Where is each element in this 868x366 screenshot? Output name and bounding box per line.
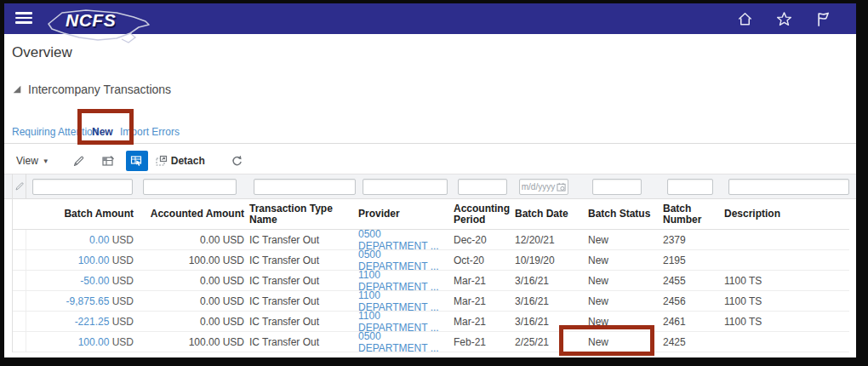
cell-batch_amount: -50.00 USD bbox=[26, 271, 137, 290]
filter-input-accounted_amount[interactable] bbox=[143, 179, 237, 195]
filter-input-period[interactable] bbox=[458, 179, 507, 195]
table-cursor-icon bbox=[130, 155, 143, 168]
column-header-description[interactable]: Description bbox=[722, 199, 850, 229]
table-toolbar: View ▼ bbox=[16, 150, 254, 172]
provider-link[interactable]: 0500 DEPARTMENT ... bbox=[358, 332, 452, 352]
cell-batch_number: 2456 bbox=[661, 291, 722, 311]
date-placeholder: m/d/yyyy bbox=[522, 182, 555, 192]
cell-batch_number: 2379 bbox=[661, 230, 722, 249]
filter-input-transaction_type[interactable] bbox=[254, 179, 356, 195]
refresh-icon[interactable] bbox=[226, 151, 248, 171]
cell-period: Mar-21 bbox=[452, 271, 513, 290]
detach-button[interactable]: Detach bbox=[155, 155, 205, 168]
column-header-label: Batch Amount bbox=[64, 209, 134, 220]
filter-input-provider[interactable] bbox=[363, 179, 448, 195]
provider-link[interactable]: 1100 DEPARTMENT ... bbox=[358, 271, 452, 290]
detach-icon bbox=[155, 155, 168, 168]
filter-input-batch_number[interactable] bbox=[667, 179, 713, 195]
filter-input-batch_amount[interactable] bbox=[32, 179, 133, 195]
table-header-row: Batch AmountAccounted AmountTransaction … bbox=[13, 199, 849, 230]
batch-amount-link[interactable]: -221.25 bbox=[75, 316, 110, 328]
cell-period: Dec-20 bbox=[452, 230, 513, 249]
filter-cell-provider bbox=[357, 174, 452, 199]
batch-amount-link[interactable]: -9,875.65 bbox=[66, 295, 110, 307]
table-row[interactable]: -9,875.65 USD0.00 USDIC Transfer Out1100… bbox=[13, 291, 849, 312]
cell-description: 1100 TS bbox=[722, 271, 850, 290]
cell-batch_amount: -221.25 USD bbox=[26, 312, 137, 331]
cell-batch_number: 2195 bbox=[661, 250, 722, 270]
query-by-example-filter-button[interactable] bbox=[126, 151, 148, 171]
column-header-label: Transaction Type Name bbox=[249, 203, 357, 226]
column-header-accounted_amount[interactable]: Accounted Amount bbox=[137, 199, 248, 229]
cell-sel bbox=[13, 230, 26, 249]
filter-cell-sel bbox=[13, 174, 26, 199]
table-row[interactable]: 100.00 USD100.00 USDIC Transfer Out0500 … bbox=[13, 250, 849, 271]
provider-link[interactable]: 1100 DEPARTMENT ... bbox=[358, 312, 452, 331]
section-title: Intercompany Transactions bbox=[28, 83, 171, 96]
filter-cell-status bbox=[586, 174, 661, 199]
cell-batch_amount: -9,875.65 USD bbox=[26, 291, 137, 311]
batch-amount-link[interactable]: 100.00 bbox=[78, 254, 110, 266]
cell-batch_number: 2425 bbox=[661, 332, 722, 352]
filter-input-description[interactable] bbox=[728, 179, 849, 195]
provider-link[interactable]: 1100 DEPARTMENT ... bbox=[358, 291, 452, 311]
table-row[interactable]: -50.00 USD0.00 USDIC Transfer Out1100 DE… bbox=[13, 271, 849, 291]
currency-label: USD bbox=[109, 336, 134, 348]
column-header-batch_amount[interactable]: Batch Amount bbox=[26, 199, 137, 229]
batch-amount-link[interactable]: 100.00 bbox=[78, 336, 110, 348]
filter-input-status[interactable] bbox=[592, 179, 642, 195]
cell-description bbox=[722, 230, 850, 249]
column-header-label: Batch Number bbox=[663, 203, 722, 226]
table-row[interactable]: 0.00 USD0.00 USDIC Transfer Out0500 DEPA… bbox=[13, 230, 849, 250]
cell-sel bbox=[13, 250, 26, 270]
cell-transaction_type: IC Transfer Out bbox=[248, 250, 357, 270]
currency-label: USD bbox=[109, 254, 134, 266]
column-header-batch_number[interactable]: Batch Number bbox=[661, 199, 722, 229]
filter-pencil-icon bbox=[14, 181, 25, 192]
view-menu-button[interactable]: View ▼ bbox=[16, 155, 49, 167]
table-row[interactable]: -221.25 USD0.00 USDIC Transfer Out1100 D… bbox=[13, 312, 849, 332]
cell-provider: 1100 DEPARTMENT ... bbox=[357, 312, 452, 331]
provider-link[interactable]: 0500 DEPARTMENT ... bbox=[358, 230, 452, 249]
cell-transaction_type: IC Transfer Out bbox=[248, 271, 357, 290]
cell-transaction_type: IC Transfer Out bbox=[248, 230, 357, 249]
column-header-sel bbox=[13, 199, 26, 229]
column-header-batch_date[interactable]: Batch Date bbox=[513, 199, 586, 229]
cell-batch_date: 10/19/20 bbox=[513, 250, 586, 270]
cell-sel bbox=[13, 332, 26, 352]
cell-period: Mar-21 bbox=[452, 312, 513, 331]
cell-provider: 0500 DEPARTMENT ... bbox=[357, 230, 452, 249]
cell-sel bbox=[13, 312, 26, 331]
cell-description bbox=[722, 250, 850, 270]
cell-status: New bbox=[586, 230, 661, 249]
table-row[interactable]: 100.00 USD100.00 USDIC Transfer Out0500 … bbox=[13, 332, 849, 352]
cell-description: 1100 TS bbox=[722, 291, 850, 311]
cell-batch_date: 12/20/21 bbox=[513, 230, 586, 249]
top-banner bbox=[4, 3, 856, 34]
filter-cell-transaction_type bbox=[248, 174, 357, 199]
column-header-provider[interactable]: Provider bbox=[357, 199, 452, 229]
filter-cell-description bbox=[722, 174, 850, 199]
freeze-columns-icon[interactable] bbox=[97, 151, 119, 171]
batch-amount-link[interactable]: -50.00 bbox=[80, 275, 109, 287]
edit-pencil-icon[interactable] bbox=[68, 151, 90, 171]
filter-cell-accounted_amount bbox=[137, 174, 248, 199]
cell-accounted_amount: 100.00 USD bbox=[137, 332, 248, 352]
cell-status: New bbox=[586, 250, 661, 270]
view-menu-label: View bbox=[16, 155, 38, 167]
filter-input-batch-date[interactable]: m/d/yyyy bbox=[519, 179, 568, 195]
hamburger-menu-icon[interactable] bbox=[15, 12, 32, 26]
section-intercompany-transactions[interactable]: Intercompany Transactions bbox=[12, 83, 171, 96]
currency-label: USD bbox=[109, 316, 134, 328]
column-header-period[interactable]: Accounting Period bbox=[452, 199, 513, 229]
provider-link[interactable]: 0500 DEPARTMENT ... bbox=[358, 250, 452, 270]
cell-status: New bbox=[586, 291, 661, 311]
cell-provider: 1100 DEPARTMENT ... bbox=[357, 291, 452, 311]
column-header-transaction_type[interactable]: Transaction Type Name bbox=[248, 199, 357, 229]
star-favorites-icon[interactable] bbox=[774, 9, 793, 28]
batch-amount-link[interactable]: 0.00 bbox=[89, 234, 109, 246]
flag-watchlist-icon[interactable] bbox=[814, 9, 832, 28]
column-header-status[interactable]: Batch Status bbox=[586, 199, 661, 229]
home-icon[interactable] bbox=[735, 9, 754, 28]
cell-description bbox=[722, 332, 850, 352]
